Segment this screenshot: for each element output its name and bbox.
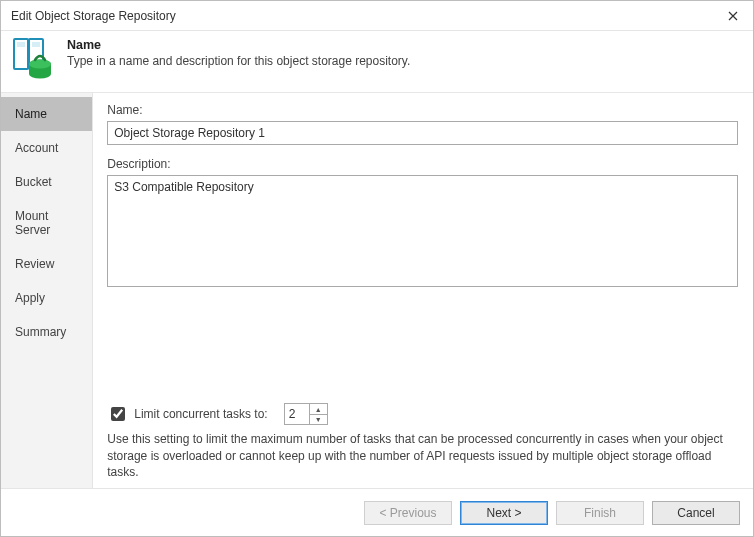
sidebar-item-label: Apply: [15, 291, 45, 305]
limit-value-input[interactable]: [285, 404, 309, 424]
wizard-sidebar: Name Account Bucket Mount Server Review …: [1, 93, 93, 488]
cancel-button[interactable]: Cancel: [652, 501, 740, 525]
sidebar-item-summary[interactable]: Summary: [1, 315, 92, 349]
limit-spinner: ▲ ▼: [284, 403, 328, 425]
dialog-window: Edit Object Storage Repository Name Type…: [0, 0, 754, 537]
sidebar-item-label: Account: [15, 141, 58, 155]
limit-hint: Use this setting to limit the maximum nu…: [107, 431, 738, 480]
description-input[interactable]: [107, 175, 738, 287]
sidebar-item-label: Bucket: [15, 175, 52, 189]
titlebar: Edit Object Storage Repository: [1, 1, 753, 31]
description-label: Description:: [107, 157, 738, 171]
svg-rect-2: [17, 42, 25, 47]
sidebar-item-label: Review: [15, 257, 54, 271]
header-band: Name Type in a name and description for …: [1, 31, 753, 93]
previous-button: < Previous: [364, 501, 452, 525]
main-area: Name Account Bucket Mount Server Review …: [1, 93, 753, 488]
sidebar-item-label: Summary: [15, 325, 66, 339]
limit-label: Limit concurrent tasks to:: [134, 407, 267, 421]
repository-icon: [13, 38, 53, 82]
header-text: Name Type in a name and description for …: [67, 38, 410, 68]
name-input[interactable]: [107, 121, 738, 145]
header-title: Name: [67, 38, 410, 52]
finish-button: Finish: [556, 501, 644, 525]
footer: < Previous Next > Finish Cancel: [1, 488, 753, 536]
spinner-down[interactable]: ▼: [310, 415, 327, 425]
spinner-up[interactable]: ▲: [310, 404, 327, 415]
sidebar-item-bucket[interactable]: Bucket: [1, 165, 92, 199]
window-title: Edit Object Storage Repository: [11, 9, 176, 23]
content-pane: Name: Description: Limit concurrent task…: [93, 93, 753, 488]
header-subtitle: Type in a name and description for this …: [67, 54, 410, 68]
svg-point-5: [29, 60, 51, 69]
next-button[interactable]: Next >: [460, 501, 548, 525]
limit-row: Limit concurrent tasks to: ▲ ▼: [107, 403, 738, 425]
sidebar-item-label: Name: [15, 107, 47, 121]
sidebar-item-review[interactable]: Review: [1, 247, 92, 281]
sidebar-item-apply[interactable]: Apply: [1, 281, 92, 315]
close-button[interactable]: [713, 1, 753, 31]
sidebar-item-name[interactable]: Name: [1, 97, 92, 131]
sidebar-item-label: Mount Server: [15, 209, 50, 237]
sidebar-item-mount-server[interactable]: Mount Server: [1, 199, 92, 247]
sidebar-item-account[interactable]: Account: [1, 131, 92, 165]
close-icon: [728, 11, 738, 21]
spinner-arrows: ▲ ▼: [309, 404, 327, 424]
svg-rect-3: [32, 42, 40, 47]
limit-checkbox[interactable]: [111, 407, 125, 421]
name-label: Name:: [107, 103, 738, 117]
